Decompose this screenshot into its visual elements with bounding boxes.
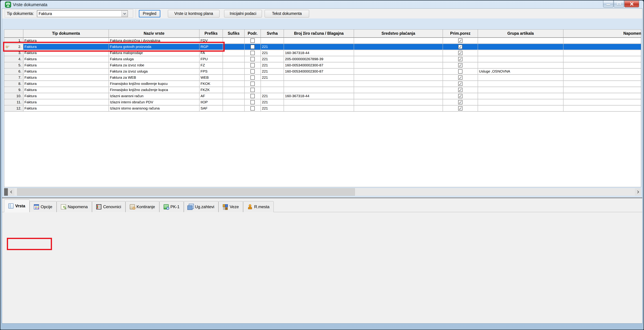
cell-tip-dokumenta: Faktura: [24, 93, 109, 99]
scroll-left-button[interactable]: [8, 188, 14, 196]
tab-r-mesta[interactable]: R.mesta: [243, 201, 274, 212]
column-header-grupa-artikala[interactable]: Grupa artikala: [478, 30, 564, 38]
prim-porez-checkbox[interactable]: [458, 94, 462, 98]
cell-naziv-vrste: Finansijsko knjižno oodbrenje kupcu: [109, 81, 200, 87]
cell-prefiks: FZ: [200, 63, 223, 68]
current-row-hand-icon: ☛: [5, 44, 10, 50]
table-row[interactable]: 11.FakturaIzlazni interni obračun PDVIIO…: [4, 99, 641, 106]
cell-svrha: 221: [261, 99, 284, 105]
tab-vrsta[interactable]: Vrsta: [4, 199, 30, 212]
podr-checkbox[interactable]: [250, 106, 255, 111]
tab-kontiranje[interactable]: Kontiranje: [126, 201, 159, 212]
title-bar[interactable]: Vrste dokumenata: [0, 1, 644, 9]
table-row[interactable]: 7.FakturaFaktura za WEBWEB221: [4, 75, 641, 81]
maximize-button[interactable]: [614, 1, 624, 7]
prim-porez-checkbox[interactable]: [458, 57, 462, 61]
cell-tip-dokumenta: Faktura: [24, 99, 109, 105]
table-row[interactable]: 1.FakturaFaktura dvojezična i dvovalutna…: [4, 38, 641, 44]
podr-checkbox[interactable]: [250, 63, 255, 67]
chevron-right-icon: [636, 191, 639, 193]
cell-napomena: [564, 50, 641, 56]
table-row[interactable]: 3.FakturaFaktura maloprodajeFA221160-367…: [4, 50, 641, 56]
close-button[interactable]: [624, 1, 639, 7]
minimize-button[interactable]: [603, 1, 614, 7]
prim-porez-checkbox[interactable]: [458, 82, 462, 86]
cell-svrha: 221: [261, 44, 284, 50]
tab-opcije[interactable]: Opcije: [30, 201, 56, 212]
cell-prim-porez: [443, 63, 478, 68]
column-header-row-number[interactable]: [4, 30, 24, 38]
podr-checkbox[interactable]: [250, 82, 255, 86]
cell-tip-dokumenta: Faktura: [24, 69, 109, 74]
detail-form: Tip dok.: Faktura Naziv: Faktura gotovih…: [2, 212, 642, 323]
tab-pk-1[interactable]: PK-1: [159, 201, 184, 212]
prim-porez-checkbox[interactable]: [458, 51, 462, 55]
vrste-iz-kontnog-plana-button[interactable]: Vrste iz kontnog plana: [168, 10, 220, 18]
column-header-napomena[interactable]: Napomena: [564, 30, 641, 38]
prim-porez-checkbox[interactable]: [458, 63, 462, 67]
prim-porez-checkbox[interactable]: [458, 76, 462, 80]
column-header-sufiks[interactable]: Sufiks: [223, 30, 245, 38]
tekst-dokumenta-button[interactable]: Tekst dokumenta: [265, 10, 309, 18]
cell-prefiks: FKOK: [200, 81, 223, 87]
dropdown-arrow-icon[interactable]: [122, 11, 128, 17]
prim-porez-checkbox[interactable]: [458, 100, 462, 104]
cell-prefiks: IIOP: [200, 99, 223, 105]
cell-svrha: 221: [261, 69, 284, 74]
column-header-prim-porez[interactable]: Prim.porez: [443, 30, 478, 38]
column-header-svrha[interactable]: Svrha: [261, 30, 284, 38]
cell-sufiks: [223, 63, 245, 68]
scrollbar-splitter-block[interactable]: [4, 188, 8, 196]
tab-veze[interactable]: Veze: [218, 201, 243, 212]
cell-prim-porez: [443, 56, 478, 62]
tab-napomena[interactable]: Napomena: [56, 201, 92, 212]
scrollbar-thumb[interactable]: [17, 188, 355, 196]
table-row[interactable]: 6.FakturaFaktura za izvoz uslugaFPS22116…: [4, 69, 641, 75]
podr-checkbox[interactable]: [250, 94, 255, 98]
table-row[interactable]: 8.FakturaFinansijsko knjižno oodbrenje k…: [4, 81, 641, 87]
prim-porez-checkbox[interactable]: [458, 45, 462, 49]
table-row[interactable]: 9.FakturaFinnasijsko knjižno zaduženje k…: [4, 87, 641, 93]
inicijalni-podaci-button[interactable]: Inicijalni podaci: [224, 10, 262, 18]
podr-checkbox[interactable]: [250, 51, 255, 55]
tab-ug-zahtevi[interactable]: Ug.zahtevi: [184, 201, 218, 212]
podr-checkbox[interactable]: [250, 39, 255, 43]
cell-sredstvo-placanja: [354, 50, 443, 56]
podr-checkbox[interactable]: [250, 69, 255, 74]
table-row[interactable]: 4.FakturaFaktura uslugaFPU221205-0000000…: [4, 56, 641, 63]
column-header-naziv-vrste[interactable]: Naziv vrste: [109, 30, 200, 38]
table-row[interactable]: 10.FakturaIzlazni avansni računAF221160-…: [4, 93, 641, 99]
column-header-podr[interactable]: Podr.: [245, 30, 261, 38]
cell-sufiks: [223, 106, 245, 111]
tip-dokumenta-select[interactable]: Faktura: [37, 10, 128, 17]
cell-tip-dokumenta: Faktura: [24, 75, 109, 80]
prim-porez-checkbox[interactable]: [458, 88, 462, 92]
column-header-prefiks[interactable]: Prefiks: [200, 30, 223, 38]
podr-checkbox[interactable]: [250, 45, 255, 49]
podr-checkbox[interactable]: [250, 76, 255, 80]
podr-checkbox[interactable]: [250, 100, 255, 104]
column-header-sredstvo-placanja[interactable]: Sredstvo plaćanja: [354, 30, 443, 38]
table-row[interactable]: 12.FakturaIzlazni storno avansnog računa…: [4, 106, 641, 112]
column-header-tip-dokumenta[interactable]: Tip dokumenta: [24, 30, 109, 38]
cell-ziro-racun: [284, 81, 354, 87]
cell-row-number: 4.: [4, 56, 24, 62]
document-types-table: Tip dokumentaNaziv vrstePrefiksSufiksPod…: [4, 30, 641, 187]
podr-checkbox[interactable]: [250, 57, 255, 61]
tab-cenovnici[interactable]: Cenovnici: [92, 201, 125, 212]
prim-porez-checkbox[interactable]: [458, 39, 462, 43]
splitter-bar[interactable]: [2, 197, 642, 198]
pregled-button[interactable]: Pregled: [139, 10, 160, 18]
cell-napomena: [564, 44, 641, 50]
table-row[interactable]: 2.☛FakturaFaktura gotovih proizvodaRGP22…: [4, 44, 641, 50]
horizontal-scrollbar[interactable]: [4, 188, 641, 196]
cell-napomena: [564, 63, 641, 68]
scroll-right-button[interactable]: [635, 188, 641, 196]
table-row[interactable]: 5.FakturaFaktura za izvoz robeFZ221160-0…: [4, 63, 641, 69]
column-header-ziro-racun[interactable]: Broj žiro računa / Blagajna: [284, 30, 354, 38]
podr-checkbox[interactable]: [250, 88, 255, 92]
cell-naziv-vrste: Faktura dvojezična i dvovalutna: [109, 38, 200, 44]
cell-prim-porez: [443, 44, 478, 50]
prim-porez-checkbox[interactable]: [458, 69, 462, 74]
prim-porez-checkbox[interactable]: [458, 106, 462, 111]
